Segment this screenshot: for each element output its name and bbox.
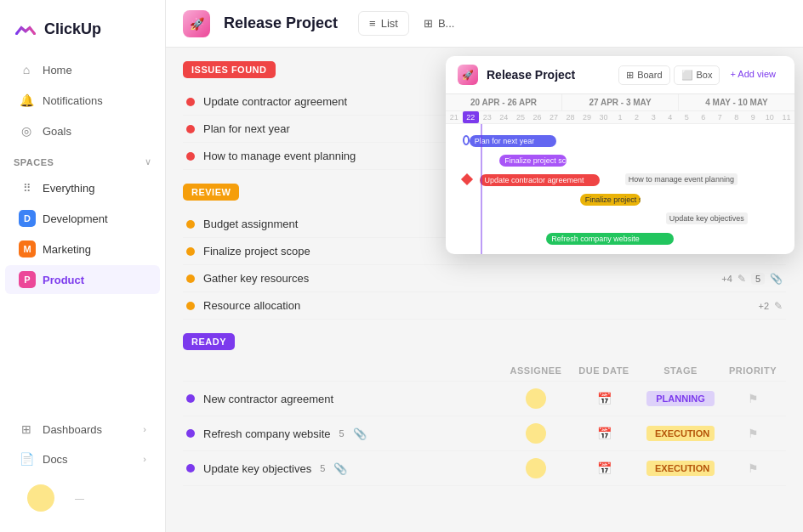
day-29: 29 [578,111,595,123]
gantt-title: Release Project [487,68,610,82]
ready-name-3[interactable]: Update key objectives [203,462,311,475]
dashboards-icon: ⊞ [19,422,34,437]
spaces-label: Spaces [14,157,54,167]
gantt-bar-contractor: Update contractor agreement [480,174,601,186]
sidebar-item-goals[interactable]: ◎ Goals [5,116,160,145]
ready-name-1[interactable]: New contractor agreement [203,393,333,405]
sidebar-item-dashboards[interactable]: ⊞ Dashboards › [5,415,160,444]
user-status: — [75,493,84,503]
review-meta-3: +4 ✎ 5 📎 [721,273,783,285]
gantt-row-2: Finalize project scope [453,151,788,168]
ready-table-header: ASSIGNEE DUE DATE STAGE PRIORITY [183,360,786,382]
priority-flag-2: ⚑ [723,427,783,440]
review-extra-3: +4 [721,274,732,284]
gantt-row-3: Update contractor agreement How to manag… [453,171,788,188]
gantt-project-icon: 🚀 [458,65,478,85]
col-header-duedate: DUE DATE [570,365,638,376]
period-3: 4 MAY - 10 MAY [679,94,794,110]
review-dot-3 [186,274,195,283]
review-item-3: Gather key resources +4 ✎ 5 📎 [183,265,786,292]
board-tab-icon: ⊞ [424,17,433,30]
day-21: 21 [446,111,463,123]
gantt-board-label: Board [637,70,662,80]
gantt-bar-finalize: Finalize project scope [499,155,567,167]
box-icon: ⬜ [681,70,693,81]
ready-priority-2: ⚑ [723,427,783,440]
gantt-overlay: 🚀 Release Project ⊞ Board ⬜ Box + Add vi… [446,56,794,254]
day-25: 25 [512,111,529,123]
spaces-section-header: Spaces ∨ [0,146,165,173]
ready-row-1: New contractor agreement 📅 PLANNING ⚑ [183,382,786,416]
issues-badge: ISSUES FOUND [183,61,276,78]
sidebar: ClickUp ⌂ Home 🔔 Notifications ◎ Goals S… [0,0,166,532]
project-title: Release Project [224,14,338,32]
ready-row-1-name: New contractor agreement [186,393,502,405]
tab-list[interactable]: ≡ List [358,11,409,36]
ready-duedate-3: 📅 [570,461,638,475]
ready-section: READY ASSIGNEE DUE DATE STAGE PRIORITY N… [183,333,786,486]
ready-stage-1: PLANNING [638,391,723,406]
sidebar-item-home[interactable]: ⌂ Home [5,55,160,84]
gantt-milestone-1 [463,135,470,145]
day-30: 30 [595,111,612,123]
gantt-today-line [481,124,482,254]
day-10: 10 [761,111,778,123]
gantt-label-objectives: Update key objectives [666,212,748,224]
gantt-bar-website: Refresh company website [546,233,674,245]
day-7: 7 [712,111,729,123]
gantt-tab-board[interactable]: ⊞ Board [618,65,669,85]
sidebar-item-docs[interactable]: 📄 Docs › [5,444,160,473]
day-4: 4 [662,111,679,123]
sidebar-notifications-label: Notifications [43,94,103,107]
clickup-logo-icon [14,17,37,41]
development-avatar: D [19,210,36,227]
topbar: 🚀 Release Project ≡ List ⊞ B... [166,0,803,48]
ready-priority-3: ⚑ [723,461,783,475]
sidebar-item-notifications[interactable]: 🔔 Notifications [5,86,160,115]
avatar-1 [526,388,546,409]
period-2: 27 APR - 3 MAY [562,94,679,110]
ready-assignee-3 [502,458,570,478]
ready-dot-3 [186,464,195,473]
gantt-add-view[interactable]: + Add view [723,65,783,85]
list-tab-label: List [381,17,398,30]
calendar-icon-1: 📅 [597,392,612,405]
gantt-bar-finalize-2: Finalize project scope [580,194,641,206]
home-icon: ⌂ [19,62,34,77]
calendar-icon-3: 📅 [597,461,612,475]
day-2: 2 [629,111,646,123]
period-1: 20 APR - 26 APR [446,94,562,110]
chevron-icon: ∨ [145,156,151,167]
review-meta-4: +2 ✎ [758,300,783,312]
sidebar-item-product[interactable]: P Product [5,265,160,294]
edit-icon-3: ✎ [738,273,746,285]
stage-badge-3: EXECUTION [646,461,715,476]
marketing-avatar: M [19,241,36,258]
gantt-bars-container: Plan for next year Finalize project scop… [446,124,794,254]
ready-duedate-1: 📅 [570,392,638,405]
sidebar-item-marketing[interactable]: M Marketing [5,235,160,263]
stage-badge-2: EXECUTION [646,426,715,441]
col-header-stage: STAGE [638,365,723,376]
ready-row-2: Refresh company website 5 📎 📅 EXECUTION … [183,416,786,451]
sidebar-item-development[interactable]: D Development [5,204,160,233]
gantt-row-5: Update key objectives [453,210,788,227]
tab-board[interactable]: ⊞ B... [413,11,466,36]
review-name-4[interactable]: Resource allocation [203,299,749,312]
issue-dot-1 [186,98,195,106]
gantt-row-6: Refresh company website [453,229,788,246]
gantt-tab-box[interactable]: ⬜ Box [674,65,720,85]
review-name-3[interactable]: Gather key resources [203,272,713,285]
dashboards-chevron: › [143,424,146,434]
gantt-header: 🚀 Release Project ⊞ Board ⬜ Box + Add vi… [446,56,794,94]
day-1: 1 [612,111,629,123]
sidebar-item-everything[interactable]: ⠿ Everything [5,173,160,202]
ready-assignee-1 [502,388,570,409]
ready-name-2[interactable]: Refresh company website [203,427,331,440]
goals-icon: ◎ [19,123,34,139]
edit-icon-4: ✎ [774,300,783,312]
project-icon: 🚀 [183,10,210,37]
ready-assignee-2 [502,423,570,444]
everything-grid-icon: ⠿ [19,179,36,196]
review-extra-4: +2 [758,301,769,311]
